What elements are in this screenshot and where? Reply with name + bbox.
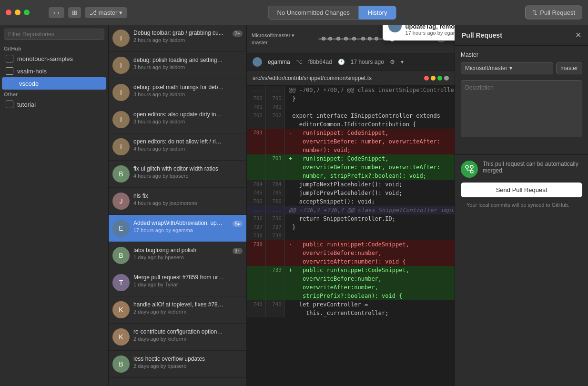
filter-repositories-input[interactable] (4, 29, 104, 40)
timeline-dot[interactable] (336, 37, 340, 41)
maximize-button[interactable] (24, 10, 30, 15)
timeline-dot[interactable] (368, 37, 372, 41)
pr-repo-select[interactable]: Microsoft/master ▾ (461, 62, 553, 74)
line-num-removed (266, 129, 285, 137)
commit-item-less-hectic[interactable]: B less hectic overflow updates 2 days ag… (109, 351, 246, 378)
commit-title: Added wrapWithAbbreviation, upd... (133, 220, 224, 226)
commit-item[interactable]: I debug: polish loading and setting of x… (109, 52, 246, 79)
timeline-dot[interactable] (375, 37, 378, 41)
avatar: K (112, 328, 130, 345)
commit-item[interactable]: I open editors: also update dirty indica… (109, 106, 246, 133)
pull-request-panel: Pull Request ✕ Master Microsoft/master ▾… (455, 25, 588, 386)
commit-item[interactable]: T Merge pull request #7859 from urband..… (109, 269, 246, 296)
pull-request-button[interactable]: ⇅ Pull Request (525, 6, 582, 20)
timeline-dot[interactable] (344, 37, 348, 41)
minimize-button[interactable] (15, 10, 20, 15)
diff-line-added: overwriteBefore: number, overwriteAfter: (247, 163, 455, 172)
pr-description-input[interactable] (461, 80, 582, 137)
line-num-added (247, 283, 266, 292)
diff-line-removed: number): void; (247, 146, 455, 154)
avatar: B (112, 165, 130, 183)
commit-meta: 2 days ago by bpasero (133, 363, 243, 369)
svg-point-2 (466, 165, 468, 168)
diff-line-added: 703 + run(snippet: CodeSnippet, (247, 154, 455, 163)
avatar: K (112, 301, 130, 318)
sidebar-item-vsalm-hols[interactable]: vsalm-hols (0, 65, 108, 77)
commit-item[interactable]: K handle allOf at toplevel, fixes #7833 … (109, 296, 246, 324)
chevron-down-icon: ▾ (509, 65, 512, 71)
repo-icon (6, 101, 13, 108)
merge-icon (461, 161, 478, 178)
close-button[interactable] (6, 10, 11, 15)
commit-badge: 2+ (233, 30, 243, 37)
line-num-added (266, 274, 285, 283)
pr-base-row: Microsoft/master ▾ master (461, 62, 582, 74)
sidebar-item-tutorial[interactable]: tutorial (0, 98, 108, 111)
back-forward-button[interactable]: ‹ › (49, 7, 64, 18)
commit-item[interactable]: J nls fix 4 hours ago by joaomoreno (109, 188, 246, 215)
line-num: 701 (247, 103, 266, 112)
avatar: I (112, 84, 130, 101)
repo-icon (6, 67, 13, 75)
line-num-added (247, 172, 266, 180)
timeline-dot[interactable] (352, 37, 356, 41)
commit-item[interactable]: K re-contribute configuration option; fi… (109, 324, 246, 351)
branch-button[interactable]: ⎇ master ▾ (85, 7, 128, 18)
commit-item[interactable]: B tabs bugfixing and polish 1 day ago by… (109, 242, 246, 269)
line-content (285, 103, 455, 112)
line-num-removed (247, 137, 266, 146)
line-content: editorCommon.IEditorContribution { (285, 120, 455, 129)
line-num-added: 739 (266, 266, 285, 274)
line-num (266, 120, 285, 129)
line-num: 737 (247, 223, 266, 232)
sidebar-item-monotouch-samples[interactable]: monotouch-samples (0, 52, 108, 65)
pr-branch-select[interactable]: master (556, 62, 582, 74)
sidebar-item-vscode[interactable]: vscode (2, 77, 106, 90)
timeline-dot[interactable] (361, 37, 365, 41)
line-content-removed: - public run(snippet:CodeSnippet, (285, 240, 455, 249)
line-num: ... (266, 86, 285, 94)
timeline-dot[interactable] (328, 37, 332, 41)
pr-close-button[interactable]: ✕ (575, 30, 581, 40)
timeline-dot[interactable] (322, 37, 325, 41)
commit-item[interactable]: I debug: pixel math tunings for debu too… (109, 79, 246, 106)
tab-uncommitted[interactable]: No Uncommitted Changes (268, 6, 359, 20)
git-icon: ⌥ (296, 59, 303, 65)
layout-button[interactable]: ⊞ (68, 7, 81, 18)
avatar: I (112, 57, 130, 74)
svg-point-3 (470, 170, 473, 173)
commit-info: open editors: do not allow left / right … (133, 138, 243, 152)
line-num-added: 703 (266, 154, 285, 163)
forward-icon: › (57, 9, 59, 16)
more-icon[interactable]: ▾ (401, 59, 404, 65)
commit-item[interactable]: I open editors: do not allow left / righ… (109, 133, 246, 161)
commit-title: re-contribute configuration option; fixe… (133, 328, 224, 335)
commit-item-selected[interactable]: E Added wrapWithAbbreviation, upd... 17 … (109, 215, 246, 242)
commit-item[interactable]: B fix ui glitch with editor width ratios… (109, 161, 246, 188)
send-pull-request-button[interactable]: Send Pull Request (461, 183, 582, 197)
line-num-added (247, 154, 266, 163)
pr-panel-title: Pull Request (462, 31, 502, 39)
commit-title: open editors: do not allow left / right … (133, 138, 224, 145)
line-content-added: overwriteBefore:number, (285, 274, 455, 283)
avatar: E (112, 220, 130, 237)
commit-item[interactable]: I Debug toolbar: grab / grabbing cu... 2… (109, 25, 246, 52)
line-num-added (266, 283, 285, 292)
line-num: 705 (266, 189, 285, 197)
commit-title: Merge pull request #7859 from urband... (133, 274, 224, 281)
tab-history[interactable]: History (359, 6, 396, 20)
diff-line: 737 737 } (247, 223, 455, 232)
commit-title: fix ui glitch with editor width ratios (133, 165, 224, 172)
line-num-added (247, 163, 266, 172)
main-layout: GitHub monotouch-samples vsalm-hols vsco… (0, 25, 588, 386)
line-num-added (266, 292, 285, 300)
avatar: I (112, 111, 130, 128)
line-num-removed (266, 257, 285, 266)
line-num-removed (247, 257, 266, 266)
file-dot-red (424, 76, 429, 81)
diff-line-added: number, stripPrefix?:boolean): void; (247, 172, 455, 180)
avatar: I (112, 30, 130, 47)
line-content-removed: overwriteAfter:number): void { (285, 257, 455, 266)
settings-icon[interactable]: ⚙ (390, 59, 395, 65)
commit-meta: 4 hours ago by bpasero (133, 173, 243, 179)
